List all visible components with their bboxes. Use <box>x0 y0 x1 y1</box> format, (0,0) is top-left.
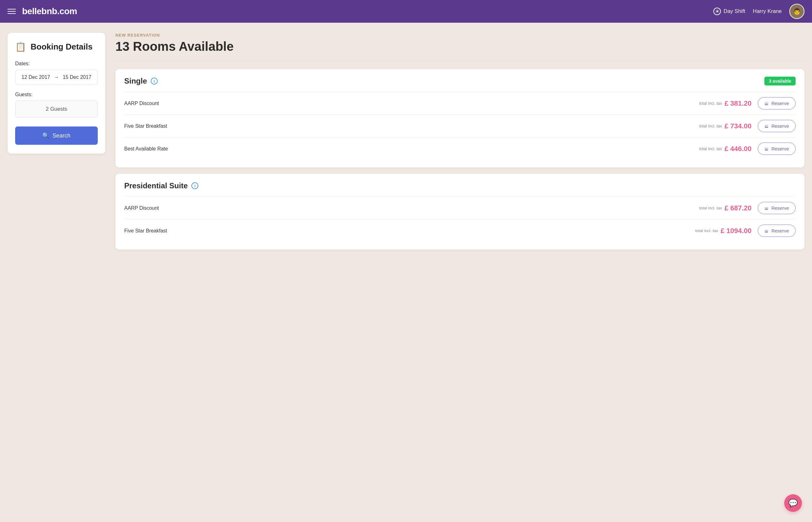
rate-price-section: total incl. tax£ 1094.00 <box>695 227 751 235</box>
search-label: Search <box>52 133 70 139</box>
chat-button[interactable]: 💬 <box>784 494 802 512</box>
brand-logo: bellebnb.com <box>22 6 77 16</box>
rate-price-label: total incl. tax <box>695 228 718 233</box>
date-range-input[interactable]: 12 Dec 2017 → 15 Dec 2017 <box>15 70 98 85</box>
rate-price-label: total incl. tax <box>699 124 722 128</box>
reserve-icon: 🛎 <box>764 206 769 211</box>
sun-icon: ☀ <box>713 7 721 15</box>
header-left: bellebnb.com <box>7 6 77 16</box>
rate-price-label: total incl. tax <box>699 206 722 210</box>
rate-price-value: £ 687.20 <box>725 204 752 212</box>
rate-name: Five Star Breakfast <box>124 228 695 234</box>
room-card: Presidential SuiteiAARP Discounttotal in… <box>116 174 805 249</box>
rate-row: AARP Discounttotal incl. tax£ 381.20🛎Res… <box>124 92 796 115</box>
reserve-label: Reserve <box>771 123 789 129</box>
header-right: ☀ Day Shift Harry Krane 👨 <box>713 4 805 19</box>
guests-value: 2 Guests <box>46 106 67 112</box>
date-from: 12 Dec 2017 <box>21 75 50 80</box>
user-avatar[interactable]: 👨 <box>789 4 805 19</box>
available-badge: 3 available <box>764 77 796 85</box>
booking-icon: 📋 <box>15 42 26 52</box>
main-layout: 📋 Booking Details Dates: 12 Dec 2017 → 1… <box>0 23 812 522</box>
reserve-button[interactable]: 🛎Reserve <box>758 120 796 132</box>
reserve-button[interactable]: 🛎Reserve <box>758 225 796 237</box>
rate-price-value: £ 446.00 <box>725 145 752 153</box>
search-icon: 🔍 <box>42 132 49 139</box>
user-name: Harry Krane <box>753 8 782 15</box>
room-type-name: Presidential Suite <box>124 181 188 190</box>
reserve-label: Reserve <box>771 146 789 152</box>
reserve-button[interactable]: 🛎Reserve <box>758 143 796 155</box>
room-card-header: Singlei3 available <box>124 77 796 85</box>
day-shift-toggle[interactable]: ☀ Day Shift <box>713 7 745 15</box>
rate-row: Five Star Breakfasttotal incl. tax£ 1094… <box>124 219 796 242</box>
room-type-name: Single <box>124 77 147 85</box>
reserve-button[interactable]: 🛎Reserve <box>758 97 796 109</box>
rate-name: AARP Discount <box>124 101 699 106</box>
rate-name: Five Star Breakfast <box>124 123 699 129</box>
rate-price-section: total incl. tax£ 446.00 <box>699 145 751 153</box>
guests-label: Guests: <box>15 92 98 98</box>
rate-price-value: £ 381.20 <box>725 99 752 107</box>
room-cards-container: Singlei3 availableAARP Discounttotal inc… <box>116 69 805 249</box>
rate-row: Best Available Ratetotal incl. tax£ 446.… <box>124 137 796 160</box>
rate-price-section: total incl. tax£ 687.20 <box>699 204 751 212</box>
booking-sidebar: 📋 Booking Details Dates: 12 Dec 2017 → 1… <box>7 33 105 154</box>
info-icon[interactable]: i <box>151 78 158 84</box>
info-icon[interactable]: i <box>191 182 198 189</box>
rate-row: Five Star Breakfasttotal incl. tax£ 734.… <box>124 115 796 137</box>
day-shift-label: Day Shift <box>724 8 745 15</box>
date-arrow: → <box>54 75 59 80</box>
room-type-row: Singlei <box>124 77 158 85</box>
rate-name: AARP Discount <box>124 205 699 211</box>
reserve-label: Reserve <box>771 205 789 211</box>
booking-title: Booking Details <box>31 42 93 52</box>
hamburger-menu-button[interactable] <box>7 9 16 14</box>
reserve-icon: 🛎 <box>764 146 769 152</box>
rate-price-label: total incl. tax <box>699 146 722 151</box>
reserve-label: Reserve <box>771 228 789 234</box>
reserve-label: Reserve <box>771 101 789 106</box>
page-title: 13 Rooms Available <box>116 39 805 54</box>
booking-header: 📋 Booking Details <box>15 42 98 52</box>
room-card: Singlei3 availableAARP Discounttotal inc… <box>116 69 805 167</box>
guests-input[interactable]: 2 Guests <box>15 101 98 118</box>
main-content: NEW RESERVATION 13 Rooms Available Singl… <box>105 33 805 512</box>
date-to: 15 Dec 2017 <box>63 75 92 80</box>
room-type-row: Presidential Suitei <box>124 181 198 190</box>
rate-name: Best Available Rate <box>124 146 699 152</box>
search-button[interactable]: 🔍 Search <box>15 126 98 145</box>
reserve-icon: 🛎 <box>764 228 769 234</box>
reserve-icon: 🛎 <box>764 124 769 129</box>
rate-price-section: total incl. tax£ 381.20 <box>699 99 751 107</box>
app-header: bellebnb.com ☀ Day Shift Harry Krane 👨 <box>0 0 812 23</box>
rate-row: AARP Discounttotal incl. tax£ 687.20🛎Res… <box>124 197 796 219</box>
room-card-header: Presidential Suitei <box>124 181 796 190</box>
rate-price-value: £ 734.00 <box>725 122 752 130</box>
reserve-icon: 🛎 <box>764 101 769 106</box>
reserve-button[interactable]: 🛎Reserve <box>758 202 796 214</box>
page-label: NEW RESERVATION <box>116 33 805 38</box>
rate-price-label: total incl. tax <box>699 101 722 106</box>
dates-label: Dates: <box>15 61 98 66</box>
rate-price-value: £ 1094.00 <box>720 227 751 235</box>
rate-price-section: total incl. tax£ 734.00 <box>699 122 751 130</box>
